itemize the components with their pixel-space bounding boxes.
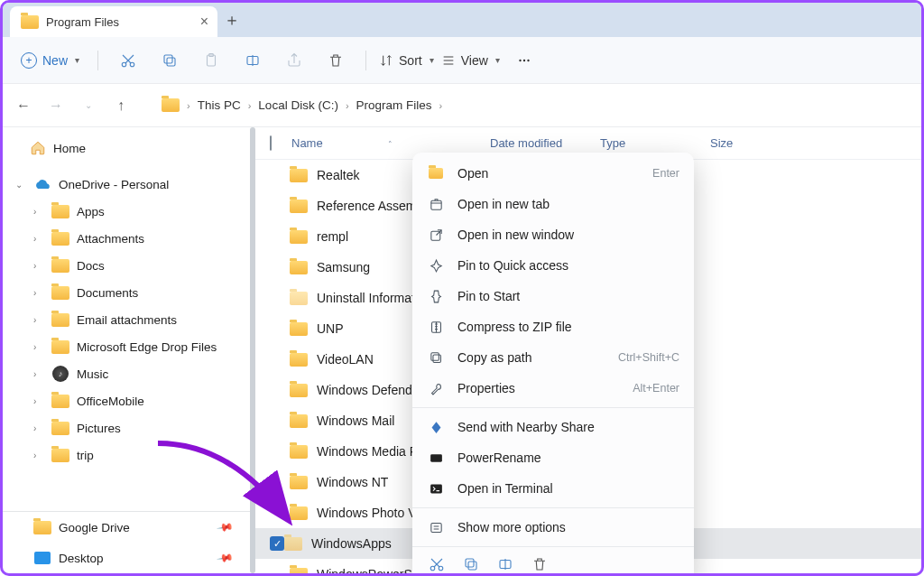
sidebar-item[interactable]: ›♪Music [3,360,255,387]
recent-chevron-icon[interactable]: ⌄ [80,100,97,110]
rename-icon[interactable] [236,43,270,78]
copy-icon[interactable] [463,556,479,576]
folder-icon [51,311,69,328]
menu-compress-zip[interactable]: Compress to ZIP file [412,311,694,342]
menu-powerrename[interactable]: PowerRename [412,442,694,473]
music-icon: ♪ [51,366,69,382]
svg-point-8 [523,59,525,60]
chevron-right-icon[interactable]: › [33,342,44,352]
folder-icon [162,98,180,114]
folder-icon [51,230,69,246]
cut-icon[interactable] [429,556,445,576]
chevron-down-icon[interactable]: ⌄ [15,180,26,190]
menu-pin-start[interactable]: Pin to Start [412,281,694,311]
chevron-right-icon[interactable]: › [33,369,44,379]
folder-icon [290,228,308,245]
menu-pin-quick-access[interactable]: Pin to Quick access [412,250,694,281]
svg-point-7 [519,59,521,60]
paste-icon [194,43,228,78]
svg-rect-10 [430,200,440,209]
delete-icon[interactable] [531,556,548,576]
cut-icon[interactable] [111,43,145,78]
sidebar-item-google-drive[interactable]: Google Drive 📌 [3,512,255,543]
col-type[interactable]: Type [600,136,710,150]
tab-program-files[interactable]: Program Files × [10,6,217,37]
chevron-right-icon[interactable]: › [33,315,44,325]
up-button[interactable]: ↑ [113,98,129,114]
delete-icon[interactable] [319,43,353,78]
menu-show-more[interactable]: Show more options [412,512,694,543]
sidebar-item[interactable]: ›Email attachments [3,306,255,333]
folder-icon [21,14,39,30]
sidebar-item-home[interactable]: Home [3,135,255,162]
sidebar-item[interactable]: ›Documents [3,279,255,306]
back-button[interactable]: ← [15,98,32,114]
folder-icon [51,393,69,409]
rename-icon[interactable] [497,556,513,576]
file-name: WindowsApps [311,536,392,551]
folder-icon [290,167,308,183]
sidebar-item-desktop[interactable]: Desktop 📌 [3,543,255,573]
sidebar-item[interactable]: ›Apps [3,198,255,225]
sidebar-item-onedrive[interactable]: ⌄ OneDrive - Personal [3,171,255,198]
file-name: Realtek [317,168,359,182]
svg-point-9 [527,59,529,60]
col-size[interactable]: Size [710,136,782,150]
more-icon[interactable] [507,43,541,78]
sidebar-item[interactable]: ›Microsoft Edge Drop Files [3,333,255,360]
chevron-down-icon: ▾ [75,55,79,65]
copy-icon[interactable] [152,43,187,78]
view-button[interactable]: View ▾ [441,53,500,68]
select-all-checkbox[interactable] [270,135,272,151]
new-button[interactable]: + New ▾ [15,49,85,72]
chevron-right-icon[interactable]: › [33,288,44,298]
folder-icon [51,447,69,463]
col-name[interactable]: Name [291,136,323,150]
new-tab-button[interactable]: ＋ [217,5,246,34]
close-icon[interactable]: × [200,14,208,29]
checkbox-icon[interactable]: ✓ [270,536,284,551]
svg-rect-15 [430,454,442,462]
sidebar-item[interactable]: ›Attachments [3,225,255,252]
chevron-right-icon[interactable]: › [33,207,44,217]
sidebar-item[interactable]: ›trip [3,441,255,469]
folder-icon [290,198,308,214]
cloud-icon [33,176,51,192]
share-icon [277,43,311,78]
svg-rect-16 [430,484,442,493]
copy-icon [427,350,445,366]
file-name: rempl [317,229,348,244]
menu-properties[interactable]: Properties Alt+Enter [412,373,694,404]
menu-copy-path[interactable]: Copy as path Ctrl+Shift+C [412,342,694,373]
context-menu-quickactions [412,551,694,576]
sidebar-item[interactable]: ›OfficeMobile [3,387,255,414]
crumb[interactable]: Local Disk (C:) [258,98,338,112]
menu-open-new-window[interactable]: Open in new window [412,219,694,250]
chevron-right-icon[interactable]: › [33,396,44,406]
col-date[interactable]: Date modified [490,136,600,150]
sidebar-item[interactable]: ›Pictures [3,414,255,441]
svg-rect-2 [167,58,175,66]
breadcrumb[interactable]: › This PC › Local Disk (C:) › Program Fi… [162,98,442,114]
sidebar-item[interactable]: ›Docs [3,252,255,279]
crumb[interactable]: This PC [198,98,241,112]
folder-icon [51,257,69,274]
sort-asc-icon: ˄ [388,140,393,149]
new-tab-icon [427,197,445,212]
menu-open[interactable]: Open Enter [412,158,694,189]
chevron-right-icon[interactable]: › [33,423,44,433]
menu-nearby-share[interactable]: Send with Nearby Share [412,412,694,442]
menu-open-terminal[interactable]: Open in Terminal [412,473,694,504]
properties-icon [427,381,445,396]
menu-open-new-tab[interactable]: Open in new tab [412,189,694,219]
file-name: UNP [317,321,344,336]
chevron-right-icon[interactable]: › [33,234,44,244]
chevron-right-icon[interactable]: › [33,451,44,460]
sort-button[interactable]: Sort ▾ [379,53,434,68]
sidebar: Home ⌄ OneDrive - Personal ›Apps›Attachm… [3,127,255,573]
crumb[interactable]: Program Files [356,98,432,112]
folder-icon [51,284,69,301]
chevron-right-icon[interactable]: › [33,261,44,271]
svg-rect-3 [164,55,172,63]
folder-icon [290,505,308,521]
